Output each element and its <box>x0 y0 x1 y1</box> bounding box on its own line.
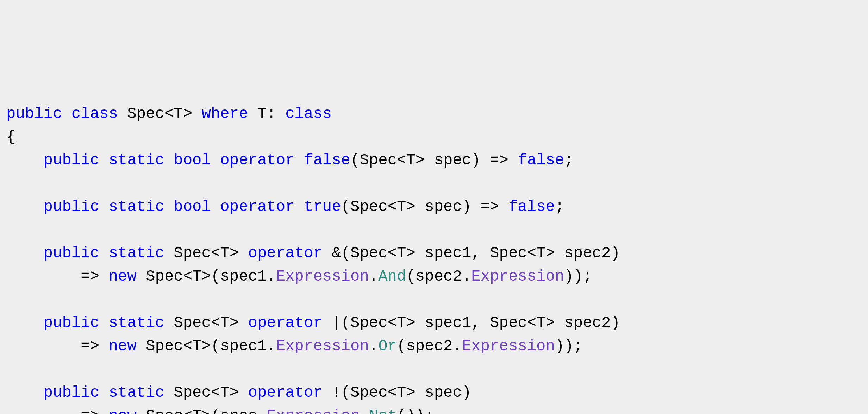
angle-close: > <box>202 337 211 355</box>
type-param-t: T <box>397 384 406 401</box>
type-spec: Spec <box>146 337 183 355</box>
indent <box>6 198 44 215</box>
dot: . <box>452 337 462 355</box>
dot: . <box>267 268 276 285</box>
indent <box>6 151 44 169</box>
angle-close: > <box>546 244 555 262</box>
space <box>555 244 564 262</box>
type-spec: Spec <box>490 314 527 332</box>
keyword-new: new <box>108 337 136 355</box>
param-spec: spec <box>425 198 462 215</box>
semicolon: ; <box>564 151 573 169</box>
space <box>164 244 174 262</box>
angle-close: > <box>183 105 192 123</box>
comma: , <box>471 244 490 262</box>
rparen: ) <box>611 314 620 332</box>
angle-open: < <box>388 314 397 332</box>
angle-open: < <box>183 337 192 355</box>
keyword-new: new <box>108 268 136 285</box>
ident-spec: spec <box>220 407 257 414</box>
arrow: => <box>471 198 508 215</box>
lparen: ( <box>211 337 220 355</box>
code-snippet: public class Spec<T> where T: class { pu… <box>6 102 862 414</box>
angle-open: < <box>211 384 220 401</box>
space <box>239 314 248 332</box>
space <box>295 198 304 215</box>
member-expression: Expression <box>471 268 564 285</box>
ident-spec2: spec2 <box>406 337 452 355</box>
op-true-decl: public static bool operator true(Spec<T>… <box>6 198 564 215</box>
semicolon: ; <box>425 407 434 414</box>
lparen: ( <box>406 268 415 285</box>
type-spec: Spec <box>350 244 388 262</box>
angle-open: < <box>388 244 397 262</box>
lparen: ( <box>397 337 406 355</box>
angle-close: > <box>230 244 239 262</box>
indent <box>6 314 44 332</box>
space <box>416 244 425 262</box>
indent <box>6 384 44 401</box>
angle-open: < <box>527 314 536 332</box>
semicolon: ; <box>555 198 564 215</box>
keyword-false: false <box>304 151 350 169</box>
type-spec: Spec <box>146 407 183 414</box>
keyword-public: public <box>44 198 99 215</box>
type-param-t: T <box>174 105 183 123</box>
op-or-decl-line1: public static Spec<T> operator |(Spec<T>… <box>6 314 620 332</box>
arrow: => <box>481 151 518 169</box>
method-not: Not <box>369 407 397 414</box>
indent <box>6 244 44 262</box>
space <box>416 198 425 215</box>
arrow: => <box>81 337 108 355</box>
angle-open: < <box>388 198 397 215</box>
dot: . <box>257 407 267 414</box>
param-spec2: spec2 <box>564 244 611 262</box>
type-spec: Spec <box>350 198 388 215</box>
op-false-decl: public static bool operator false(Spec<T… <box>6 151 574 169</box>
op-ampersand: & <box>332 244 341 262</box>
angle-open: < <box>527 244 536 262</box>
member-expression: Expression <box>276 337 369 355</box>
lparen: ( <box>397 407 406 414</box>
keyword-operator: operator <box>248 384 323 401</box>
type-spec: Spec <box>360 151 397 169</box>
param-spec: spec <box>434 151 472 169</box>
rparen: ) <box>564 268 573 285</box>
space <box>239 244 248 262</box>
space <box>99 151 108 169</box>
type-param-t: T <box>397 244 406 262</box>
lparen: ( <box>341 314 350 332</box>
keyword-operator: operator <box>248 244 323 262</box>
comma: , <box>471 314 490 332</box>
space <box>164 151 174 169</box>
lparen: ( <box>211 407 220 414</box>
keyword-public: public <box>44 151 99 169</box>
semicolon: ; <box>583 268 592 285</box>
space <box>295 151 304 169</box>
type-spec: Spec <box>350 384 388 401</box>
keyword-false: false <box>518 151 564 169</box>
keyword-false: false <box>508 198 555 215</box>
angle-close: > <box>230 314 239 332</box>
rparen: ) <box>555 337 564 355</box>
angle-close: > <box>406 314 415 332</box>
rparen: ) <box>416 407 425 414</box>
angle-open: < <box>211 244 220 262</box>
type-param-t: T <box>220 244 229 262</box>
keyword-bool: bool <box>174 198 211 215</box>
op-bang: ! <box>332 384 341 401</box>
arrow: => <box>81 407 108 414</box>
angle-open: < <box>388 384 397 401</box>
lparen: ( <box>341 244 350 262</box>
keyword-new: new <box>108 407 136 414</box>
keyword-static: static <box>108 151 164 169</box>
dot: . <box>462 268 471 285</box>
keyword-bool: bool <box>174 151 211 169</box>
angle-close: > <box>230 384 239 401</box>
type-param-t: T <box>536 244 545 262</box>
angle-open: < <box>211 314 220 332</box>
angle-open: < <box>183 268 192 285</box>
indent <box>6 268 81 285</box>
op-and-decl-line1: public static Spec<T> operator &(Spec<T>… <box>6 244 620 262</box>
angle-open: < <box>164 105 174 123</box>
